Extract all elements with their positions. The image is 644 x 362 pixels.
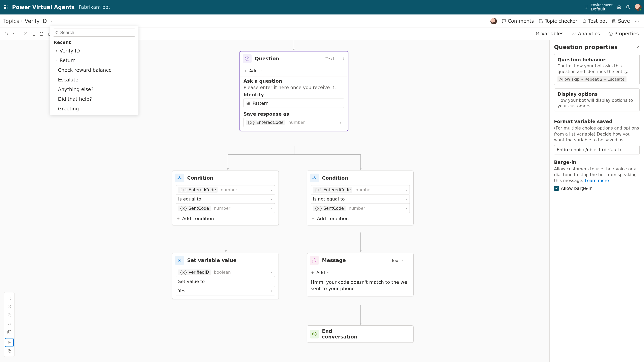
properties-button[interactable]: Properties (607, 30, 640, 38)
condition-var2[interactable]: {x}SentCode number (311, 204, 410, 213)
node-end-conversation[interactable]: End conversation (307, 325, 414, 343)
message-body[interactable]: Hmm, your code doesn't match to the we s… (311, 278, 410, 293)
node-menu[interactable] (406, 332, 410, 337)
recent-item[interactable]: Anything else? (50, 85, 138, 94)
branch-icon (175, 174, 184, 182)
save-button[interactable]: Save (610, 17, 632, 25)
environment-switcher[interactable]: Environment Default (584, 3, 612, 11)
variables-button[interactable]: Variables (534, 30, 565, 38)
app-title: Power Virtual Agents (12, 4, 75, 10)
svg-point-55 (409, 179, 409, 179)
svg-point-53 (409, 177, 409, 177)
help-icon[interactable] (626, 4, 631, 10)
paste-button[interactable] (39, 31, 44, 36)
zoom-reset[interactable] (5, 319, 13, 328)
zoom-in[interactable] (5, 294, 13, 302)
recent-item[interactable]: Verify ID (50, 46, 138, 56)
svg-point-60 (274, 261, 274, 262)
node-message[interactable]: Message Text ＋ Add Hmm, your code doesn'… (307, 253, 414, 297)
add-variation-button[interactable]: ＋ Add (240, 66, 348, 76)
identify-label: Identify (244, 92, 344, 97)
app-launcher-icon[interactable] (2, 4, 9, 10)
svg-point-41 (343, 57, 344, 58)
condition-var1[interactable]: {x}EnteredCode number (311, 185, 410, 194)
ask-text[interactable]: Please enter it here once you receive it… (244, 85, 344, 90)
barge-in-label: Allow barge-in (561, 186, 592, 191)
svg-marker-30 (227, 168, 229, 170)
add-condition-button[interactable]: ＋Add condition (311, 215, 410, 222)
breadcrumb-root[interactable]: Topics (3, 18, 19, 24)
condition-var1[interactable]: {x}EnteredCode number (176, 185, 275, 194)
setvar-operator[interactable]: Set value to (176, 277, 275, 286)
topic-dropdown-button[interactable] (48, 18, 54, 24)
node-menu[interactable] (341, 56, 346, 61)
question-icon (243, 54, 252, 63)
recent-item[interactable]: Greeting (50, 104, 138, 114)
pan-tool[interactable] (5, 347, 13, 355)
node-set-variable[interactable]: Set variable value {x}VerifiedID boolean… (172, 253, 279, 299)
node-type-selector[interactable]: Text (326, 56, 338, 61)
setvar-variable[interactable]: {x}VerifiedID boolean (176, 268, 275, 277)
save-response-picker[interactable]: {x}EnteredCode number (244, 118, 344, 127)
undo-dropdown[interactable] (12, 31, 17, 36)
condition-operator[interactable]: Is equal to (176, 194, 275, 204)
recent-item[interactable]: Did that help? (50, 94, 138, 104)
setvar-value[interactable]: Yes (176, 286, 275, 296)
card-question-behavior[interactable]: Question behavior Control how your bot a… (554, 54, 640, 85)
topic-checker-button[interactable]: Topic checker (537, 17, 579, 25)
test-bot-button[interactable]: Test bot (580, 17, 609, 25)
node-condition-right[interactable]: Condition {x}EnteredCode number Is not e… (307, 171, 414, 225)
close-panel-button[interactable] (636, 44, 640, 50)
zoom-out[interactable] (5, 311, 13, 319)
node-menu[interactable] (406, 176, 411, 180)
svg-point-9 (637, 21, 637, 21)
condition-operator[interactable]: Is not equal to (311, 194, 410, 204)
svg-point-58 (274, 259, 274, 260)
cut-button[interactable] (23, 31, 28, 36)
svg-marker-38 (360, 323, 362, 325)
settings-icon[interactable] (616, 4, 622, 10)
chevron-right-icon (21, 19, 23, 23)
select-tool[interactable] (5, 339, 13, 347)
node-menu[interactable] (272, 176, 276, 180)
svg-point-23 (56, 31, 58, 33)
search-icon (55, 31, 59, 34)
svg-point-2 (626, 5, 630, 9)
node-question[interactable]: Question Text ＋ Add Ask a question Pleas… (240, 51, 348, 131)
barge-in-checkbox[interactable] (554, 186, 559, 191)
identify-picker[interactable]: Pattern (244, 98, 344, 108)
node-type-selector[interactable]: Text (391, 258, 404, 263)
svg-point-54 (409, 178, 409, 178)
add-condition-button[interactable]: ＋Add condition (176, 215, 275, 222)
user-avatar[interactable] (635, 4, 642, 11)
node-menu[interactable] (406, 258, 411, 263)
node-condition-left[interactable]: Condition {x}EnteredCode number Is equal… (172, 171, 279, 225)
card-display-options[interactable]: Display options How your bot will displa… (554, 88, 640, 112)
zoom-fit[interactable] (5, 303, 13, 311)
learn-more-link[interactable]: Learn more (585, 178, 609, 183)
svg-line-24 (58, 33, 58, 34)
add-variation-button[interactable]: ＋ Add (307, 268, 413, 278)
recent-topics-panel: Recent Verify ID Return Check reward bal… (50, 26, 138, 115)
format-select[interactable]: Entire choice/object (default) (554, 145, 640, 154)
chevron-down-icon (260, 70, 262, 72)
analytics-button[interactable]: Analytics (570, 30, 602, 38)
chevron-right-icon (340, 120, 342, 125)
comments-button[interactable]: Comments (500, 17, 536, 25)
presence-avatar[interactable] (489, 17, 498, 25)
topic-search-input[interactable] (53, 28, 135, 37)
branch-icon (310, 174, 319, 182)
minimap-button[interactable] (5, 328, 13, 336)
copy-button[interactable] (31, 31, 36, 36)
recent-item[interactable]: Return (50, 56, 138, 65)
node-menu[interactable] (272, 258, 276, 263)
recent-item[interactable]: Check reward balance (50, 65, 138, 75)
recent-item[interactable]: Escalate (50, 75, 138, 85)
condition-var2[interactable]: {x}SentCode number (176, 204, 275, 213)
undo-button[interactable] (4, 31, 9, 36)
overflow-menu[interactable] (633, 18, 641, 24)
node-title: Condition (322, 175, 403, 181)
node-title: Set variable value (187, 258, 268, 263)
svg-rect-17 (41, 32, 42, 32)
svg-point-1 (618, 7, 620, 8)
